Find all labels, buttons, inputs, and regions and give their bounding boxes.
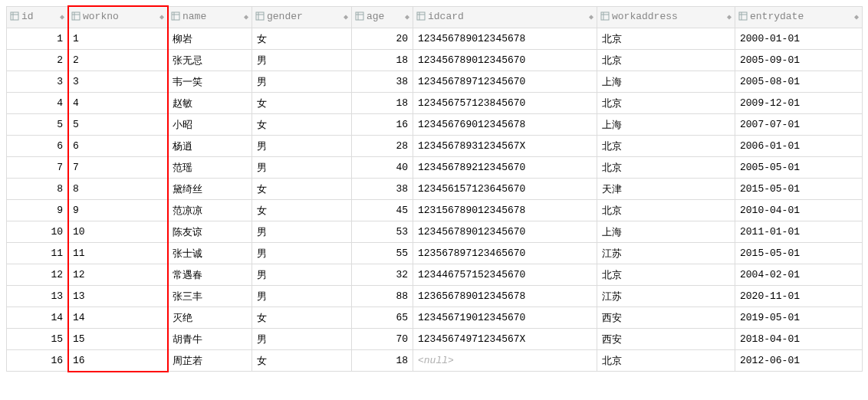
column-header-workno[interactable]: workno◆ [68, 7, 168, 28]
cell-idcard[interactable]: 123456719012345670 [413, 307, 597, 329]
cell-workaddress[interactable]: 西安 [597, 329, 735, 350]
cell-workno[interactable]: 10 [68, 221, 168, 243]
cell-gender[interactable]: 女 [252, 307, 352, 329]
cell-age[interactable]: 65 [352, 307, 413, 329]
table-row[interactable]: 88黛绮丝女38123456157123645670天津2015-05-01 [7, 179, 863, 200]
cell-name[interactable]: 赵敏 [168, 93, 252, 114]
cell-age[interactable]: 40 [352, 157, 413, 179]
cell-entrydate[interactable]: 2007-07-01 [735, 114, 863, 136]
table-row[interactable]: 33韦一笑男38123456789712345670上海2005-08-01 [7, 71, 863, 93]
column-header-entrydate[interactable]: entrydate◆ [735, 7, 863, 28]
sort-icon[interactable]: ◆ [344, 14, 348, 21]
cell-age[interactable]: 32 [352, 264, 413, 286]
cell-age[interactable]: 88 [352, 286, 413, 307]
cell-gender[interactable]: 男 [252, 71, 352, 93]
cell-age[interactable]: 18 [352, 50, 413, 71]
cell-workno[interactable]: 13 [68, 286, 168, 307]
table-row[interactable]: 1212常遇春男32123446757152345670北京2004-02-01 [7, 264, 863, 286]
sort-icon[interactable]: ◆ [727, 14, 732, 21]
cell-workaddress[interactable]: 上海 [597, 71, 735, 93]
cell-entrydate[interactable]: 2020-11-01 [735, 286, 863, 307]
cell-age[interactable]: 18 [352, 350, 413, 372]
cell-id[interactable]: 8 [7, 179, 68, 200]
cell-workaddress[interactable]: 上海 [597, 221, 735, 243]
cell-name[interactable]: 杨逍 [168, 136, 252, 157]
table-row[interactable]: 77范瑶男40123456789212345670北京2005-05-01 [7, 157, 863, 179]
cell-idcard[interactable]: 123456769012345678 [413, 114, 597, 136]
cell-workno[interactable]: 15 [68, 329, 168, 350]
cell-gender[interactable]: 男 [252, 243, 352, 264]
cell-name[interactable]: 范瑶 [168, 157, 252, 179]
cell-id[interactable]: 1 [7, 28, 68, 50]
table-row[interactable]: 1313张三丰男88123656789012345678江苏2020-11-01 [7, 286, 863, 307]
cell-entrydate[interactable]: 2000-01-01 [735, 28, 863, 50]
cell-entrydate[interactable]: 2015-05-01 [735, 179, 863, 200]
cell-id[interactable]: 3 [7, 71, 68, 93]
cell-entrydate[interactable]: 2010-04-01 [735, 200, 863, 221]
cell-gender[interactable]: 男 [252, 264, 352, 286]
cell-name[interactable]: 韦一笑 [168, 71, 252, 93]
cell-workaddress[interactable]: 天津 [597, 179, 735, 200]
cell-workno[interactable]: 14 [68, 307, 168, 329]
cell-workaddress[interactable]: 江苏 [597, 286, 735, 307]
cell-workaddress[interactable]: 北京 [597, 157, 735, 179]
column-header-age[interactable]: age◆ [352, 7, 413, 28]
table-row[interactable]: 1010陈友谅男53123456789012345670上海2011-01-01 [7, 221, 863, 243]
column-header-id[interactable]: id◆ [7, 7, 68, 28]
cell-workno[interactable]: 2 [68, 50, 168, 71]
cell-workaddress[interactable]: 北京 [597, 136, 735, 157]
cell-workno[interactable]: 7 [68, 157, 168, 179]
cell-name[interactable]: 张士诚 [168, 243, 252, 264]
cell-age[interactable]: 20 [352, 28, 413, 50]
table-row[interactable]: 1515胡青牛男7012345674971234567X西安2018-04-01 [7, 329, 863, 350]
cell-idcard[interactable]: 123456757123845670 [413, 93, 597, 114]
cell-workno[interactable]: 4 [68, 93, 168, 114]
cell-entrydate[interactable]: 2019-05-01 [735, 307, 863, 329]
cell-workno[interactable]: 8 [68, 179, 168, 200]
cell-idcard[interactable]: 123656789012345678 [413, 286, 597, 307]
cell-idcard[interactable]: 123156789012345678 [413, 200, 597, 221]
cell-id[interactable]: 15 [7, 329, 68, 350]
sort-icon[interactable]: ◆ [589, 14, 593, 21]
cell-id[interactable]: 9 [7, 200, 68, 221]
cell-idcard[interactable]: 123456789012345678 [413, 28, 597, 50]
cell-gender[interactable]: 男 [252, 221, 352, 243]
sort-icon[interactable]: ◆ [854, 14, 859, 21]
cell-entrydate[interactable]: 2018-04-01 [735, 329, 863, 350]
cell-idcard[interactable]: 123456789212345670 [413, 157, 597, 179]
cell-workno[interactable]: 16 [68, 350, 168, 372]
cell-name[interactable]: 张三丰 [168, 286, 252, 307]
cell-gender[interactable]: 男 [252, 157, 352, 179]
cell-age[interactable]: 16 [352, 114, 413, 136]
cell-age[interactable]: 70 [352, 329, 413, 350]
cell-workaddress[interactable]: 北京 [597, 200, 735, 221]
column-header-workaddress[interactable]: workaddress◆ [597, 7, 735, 28]
table-row[interactable]: 44赵敏女18123456757123845670北京2009-12-01 [7, 93, 863, 114]
cell-name[interactable]: 灭绝 [168, 307, 252, 329]
cell-workaddress[interactable]: 北京 [597, 264, 735, 286]
cell-idcard[interactable]: 12345678931234567X [413, 136, 597, 157]
cell-workno[interactable]: 12 [68, 264, 168, 286]
table-row[interactable]: 1616周芷若女18<null>北京2012-06-01 [7, 350, 863, 372]
cell-idcard[interactable]: 123567897123465670 [413, 243, 597, 264]
cell-workaddress[interactable]: 上海 [597, 114, 735, 136]
cell-gender[interactable]: 女 [252, 200, 352, 221]
sort-icon[interactable]: ◆ [405, 14, 409, 21]
cell-name[interactable]: 陈友谅 [168, 221, 252, 243]
cell-workaddress[interactable]: 北京 [597, 93, 735, 114]
sort-icon[interactable]: ◆ [60, 14, 64, 21]
cell-workaddress[interactable]: 北京 [597, 28, 735, 50]
cell-entrydate[interactable]: 2015-05-01 [735, 243, 863, 264]
cell-id[interactable]: 12 [7, 264, 68, 286]
sort-icon[interactable]: ◆ [244, 14, 248, 21]
cell-workno[interactable]: 6 [68, 136, 168, 157]
cell-name[interactable]: 张无忌 [168, 50, 252, 71]
cell-workno[interactable]: 3 [68, 71, 168, 93]
cell-name[interactable]: 范凉凉 [168, 200, 252, 221]
cell-entrydate[interactable]: 2006-01-01 [735, 136, 863, 157]
cell-id[interactable]: 10 [7, 221, 68, 243]
cell-entrydate[interactable]: 2004-02-01 [735, 264, 863, 286]
cell-gender[interactable]: 女 [252, 350, 352, 372]
cell-gender[interactable]: 女 [252, 93, 352, 114]
cell-name[interactable]: 常遇春 [168, 264, 252, 286]
